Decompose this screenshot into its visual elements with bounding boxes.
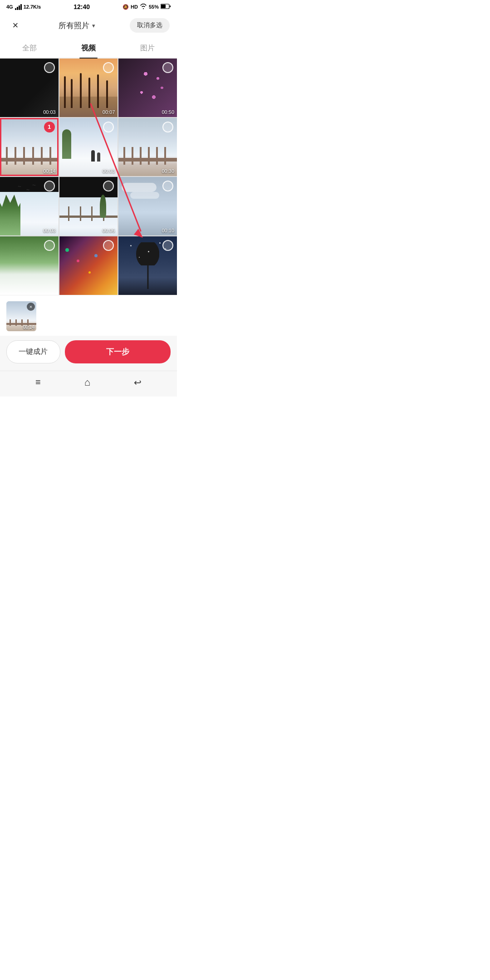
auto-create-button[interactable]: 一键成片 [6, 340, 60, 363]
nav-title[interactable]: 所有照片 ▾ [59, 20, 95, 31]
grid-item-4[interactable]: 1 00:14 [0, 118, 59, 176]
signal-bars [15, 4, 22, 10]
status-right: 🔕 HD 55% [122, 4, 171, 10]
network-speed: 12.7K/s [24, 4, 41, 10]
duration-6: 00:30 [162, 168, 174, 174]
svg-rect-2 [170, 5, 171, 7]
select-circle-4[interactable]: 1 [44, 122, 55, 132]
battery-icon [161, 4, 171, 10]
duration-4: 00:14 [43, 168, 56, 174]
select-circle-7[interactable] [44, 181, 55, 191]
next-step-button[interactable]: 下一步 [65, 340, 171, 363]
bar3 [19, 5, 20, 10]
select-circle-3[interactable] [162, 62, 173, 73]
grid-item-8[interactable]: 00:06 [59, 177, 118, 235]
photo-grid-section: 00:03 00:07 00:50 [0, 59, 177, 295]
cancel-multi-button[interactable]: 取消多选 [130, 18, 170, 33]
select-circle-5[interactable] [103, 122, 114, 132]
close-button[interactable]: × [7, 17, 24, 34]
status-time: 12:40 [74, 3, 90, 10]
tab-photo[interactable]: 图片 [118, 38, 177, 58]
bar4 [20, 4, 22, 10]
tray-item-1[interactable]: × 00:14 [6, 301, 36, 331]
grid-item-3[interactable]: 00:50 [118, 59, 177, 117]
grid-item-2[interactable]: 00:07 [59, 59, 118, 117]
menu-icon[interactable]: ≡ [35, 377, 41, 387]
photo-grid: 00:03 00:07 00:50 [0, 59, 177, 295]
duration-1: 00:03 [43, 109, 56, 115]
grid-item-1[interactable]: 00:03 [0, 59, 59, 117]
select-circle-6[interactable] [162, 122, 173, 132]
tabs-bar: 全部 视频 图片 [0, 38, 177, 59]
tab-all[interactable]: 全部 [0, 38, 59, 58]
wifi-icon [140, 4, 147, 10]
home-icon[interactable]: ⌂ [84, 377, 90, 388]
grid-item-7[interactable]: 〜 〜 〜 00:03 [0, 177, 59, 235]
duration-3: 00:50 [162, 109, 174, 115]
battery-label: 55% [149, 4, 159, 10]
alarm-icon: 🔕 [122, 4, 129, 10]
duration-8: 00:06 [103, 228, 115, 233]
grid-item-9[interactable]: 00:10 [118, 177, 177, 235]
duration-5: 00:03 [103, 168, 115, 174]
grid-item-10[interactable] [0, 236, 59, 295]
svg-rect-1 [161, 5, 166, 8]
tab-video[interactable]: 视频 [59, 38, 118, 58]
duration-9: 00:10 [162, 228, 174, 233]
selected-tray: × 00:14 [0, 295, 177, 336]
grid-item-11[interactable] [59, 236, 118, 295]
status-bar: 4G 12.7K/s 12:40 🔕 HD 55% [0, 0, 177, 13]
duration-7: 00:03 [43, 228, 56, 233]
home-bar: ≡ ⌂ ↩ [0, 371, 177, 397]
back-icon[interactable]: ↩ [134, 377, 142, 388]
hd-label: HD [131, 4, 138, 10]
duration-2: 00:07 [103, 109, 115, 115]
chevron-down-icon: ▾ [92, 22, 95, 29]
bar2 [17, 7, 18, 10]
bar1 [15, 8, 16, 10]
select-circle-10[interactable] [44, 240, 55, 251]
select-circle-12[interactable] [162, 240, 173, 251]
tray-duration-1: 00:14 [23, 325, 34, 330]
select-circle-1[interactable] [44, 62, 55, 73]
nav-bar: × 所有照片 ▾ 取消多选 [0, 13, 177, 38]
status-left: 4G 12.7K/s [6, 4, 41, 10]
bottom-actions: 一键成片 下一步 [0, 336, 177, 371]
carrier-label: 4G [6, 4, 13, 10]
grid-item-5[interactable]: 00:03 [59, 118, 118, 176]
album-title: 所有照片 [59, 20, 89, 31]
grid-item-12[interactable] [118, 236, 177, 295]
grid-item-6[interactable]: 00:30 [118, 118, 177, 176]
